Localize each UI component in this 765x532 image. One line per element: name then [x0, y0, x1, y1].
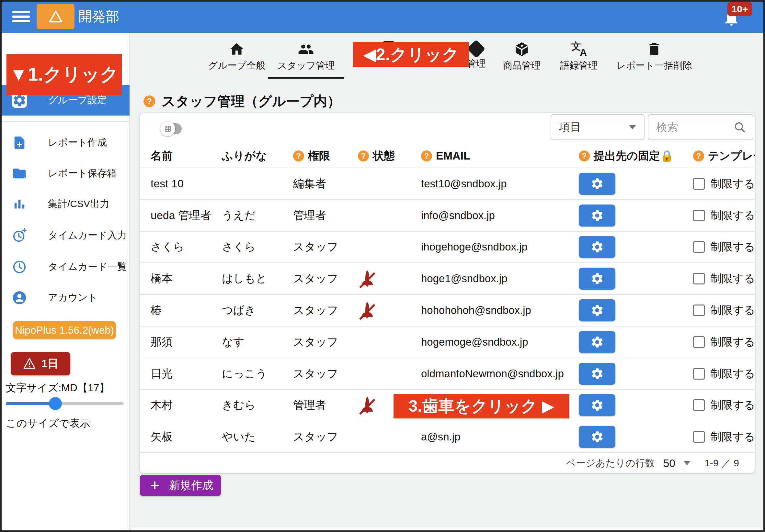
table-row: 椿 つばき スタッフ hohohohoh@sndbox.jp 制限する: [140, 295, 755, 327]
sidebar-item-label: タイムカード一覧: [48, 260, 127, 273]
sidebar-item-csv-export[interactable]: 集計/CSV出力: [0, 189, 130, 219]
menu-icon[interactable]: [12, 11, 30, 22]
search-icon[interactable]: [733, 121, 746, 133]
restrict-checkbox[interactable]: [693, 336, 705, 348]
sidebar-divider: [0, 121, 130, 122]
alert-button[interactable]: 1日: [11, 352, 70, 376]
restrict-label: 制限する: [711, 429, 755, 444]
translate-icon: [571, 41, 587, 57]
restrict-checkbox[interactable]: [693, 273, 705, 284]
cell-furigana: うえだ: [222, 208, 293, 223]
note-add-icon: [12, 135, 27, 150]
restrict-label: 制限する: [711, 303, 755, 318]
trash-icon: [646, 41, 662, 57]
sidebar: ▼1.クリック グループ設定 レポート作成 レポート保存箱 集計/CSV出力 タ…: [0, 33, 130, 532]
row-settings-button[interactable]: [579, 426, 615, 448]
sidebar-item-timecard-list[interactable]: タイムカード一覧: [0, 251, 130, 282]
restrict-label: 制限する: [711, 366, 755, 381]
version-badge: NipoPlus 1.56.2(web): [13, 321, 116, 339]
restrict-checkbox[interactable]: [693, 368, 705, 380]
cell-email: hoge1@sndbox.jp: [421, 272, 579, 285]
tab-bulk-delete-reports[interactable]: レポート一括削除: [616, 33, 692, 83]
help-icon[interactable]: ?: [579, 150, 590, 161]
help-icon[interactable]: ?: [358, 150, 369, 161]
table-row: 橋本 はしもと スタッフ hoge1@sndbox.jp 制限する: [140, 263, 755, 295]
sidebar-item-account[interactable]: アカウント: [0, 282, 130, 313]
display-size-label: このサイズで表示: [6, 416, 90, 431]
row-settings-button[interactable]: [579, 299, 615, 321]
staff-table-card: 項目 名前 ふりがな ?権限 ?状態 ?EMAIL ?提出先の固定🔒 ?テンプレ…: [140, 113, 755, 473]
restrict-label: 制限する: [711, 271, 755, 286]
plus-icon: [149, 480, 161, 491]
sidebar-item-create-report[interactable]: レポート作成: [0, 127, 130, 158]
search-input[interactable]: [656, 121, 733, 133]
row-settings-button[interactable]: [579, 394, 615, 416]
table-row: ueda 管理者 うえだ 管理者 info@sndbox.jp 制限する: [140, 200, 755, 232]
folder-icon: [12, 166, 27, 181]
row-settings-button[interactable]: [579, 363, 615, 385]
restrict-checkbox[interactable]: [693, 210, 705, 221]
cell-email: info@sndbox.jp: [421, 209, 579, 222]
help-icon[interactable]: ?: [421, 150, 432, 161]
caret-down-icon[interactable]: [684, 461, 690, 465]
sidebar-item-label: レポート保存箱: [48, 167, 117, 180]
row-settings-button[interactable]: [579, 236, 615, 258]
restrict-checkbox[interactable]: [693, 241, 705, 253]
notifications-button[interactable]: 10+: [714, 0, 749, 33]
cell-furigana: にっこう: [222, 366, 293, 381]
tab-product-management[interactable]: 商品管理: [503, 33, 540, 83]
sidebar-item-timecard-entry[interactable]: タイムカード入力: [0, 220, 130, 251]
people-icon: [298, 41, 314, 57]
cell-furigana: やいた: [222, 429, 293, 444]
sidebar-item-label: タイムカード入力: [48, 229, 127, 242]
account-icon: [12, 290, 27, 306]
horizontal-scrollbar[interactable]: [132, 527, 763, 530]
app-logo[interactable]: [37, 4, 75, 29]
row-settings-button[interactable]: [579, 173, 615, 195]
covered-tab-icon: [467, 40, 485, 58]
font-size-slider[interactable]: [6, 397, 124, 410]
cell-furigana: さくら: [222, 239, 293, 254]
help-icon[interactable]: ?: [693, 150, 704, 161]
restrict-checkbox[interactable]: [693, 431, 705, 443]
help-icon[interactable]: ?: [144, 96, 155, 107]
help-icon[interactable]: ?: [293, 150, 304, 161]
cell-name: test 10: [151, 177, 222, 190]
bar-chart-icon: [12, 196, 27, 212]
clock-icon: [12, 259, 27, 275]
field-select[interactable]: 項目: [550, 114, 644, 140]
row-settings-button[interactable]: [579, 268, 615, 290]
table-header: 名前 ふりがな ?権限 ?状態 ?EMAIL ?提出先の固定🔒 ?テンプレー: [140, 144, 755, 168]
sidebar-item-label: アカウント: [48, 291, 98, 304]
tab-covered-2[interactable]: 管理: [467, 33, 485, 83]
row-settings-button[interactable]: [579, 204, 615, 226]
cell-name: 矢板: [151, 429, 222, 444]
cell-furigana: はしもと: [222, 271, 293, 286]
restrict-label: 制限する: [711, 335, 755, 350]
restrict-label: 制限する: [711, 208, 755, 223]
cell-role: 編集者: [293, 176, 358, 191]
annotation-step2: ◀2.クリック: [353, 42, 469, 67]
cell-name: 橋本: [151, 271, 222, 286]
pagination-range: 1-9 ／ 9: [704, 457, 739, 470]
tab-staff-management[interactable]: スタッフ管理: [278, 33, 335, 83]
cell-email: hogemoge@sndbox.jp: [421, 336, 579, 348]
rows-per-page-value[interactable]: 50: [663, 457, 675, 469]
slider-thumb[interactable]: [49, 397, 62, 410]
cell-furigana: なす: [222, 335, 293, 350]
column-header-template: ?テンプレー: [693, 148, 755, 163]
restrict-checkbox[interactable]: [693, 305, 705, 316]
page-title: スタッフ管理（グループ内）: [162, 92, 341, 110]
row-settings-button[interactable]: [579, 331, 615, 353]
sidebar-item-label: レポート作成: [48, 136, 107, 149]
tab-glossary-management[interactable]: 語録管理: [560, 33, 597, 83]
tab-bar: グループ全般 スタッフ管理 管理 商品管理 語録管理: [130, 33, 765, 83]
restrict-checkbox[interactable]: [693, 399, 705, 411]
sidebar-item-report-box[interactable]: レポート保存箱: [0, 158, 130, 189]
tab-group-general[interactable]: グループ全般: [208, 33, 265, 83]
clock-plus-icon: [12, 228, 27, 243]
restrict-checkbox[interactable]: [693, 178, 705, 190]
table-view-toggle[interactable]: [160, 122, 182, 135]
create-new-button[interactable]: 新規作成: [140, 475, 221, 496]
cell-email: hohohohoh@sndbox.jp: [421, 304, 579, 317]
